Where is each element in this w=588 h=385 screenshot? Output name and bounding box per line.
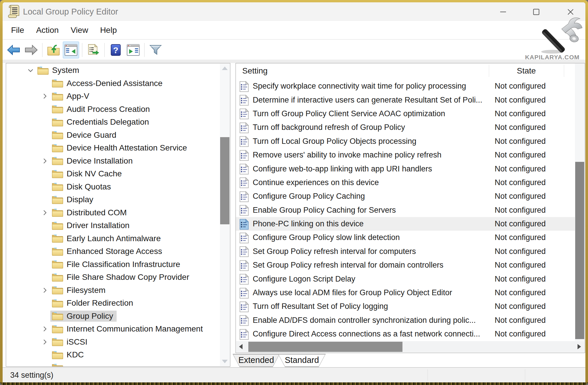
tree-item[interactable]: Disk Quotas: [6, 180, 220, 194]
setting-state: Not configured: [495, 109, 546, 118]
setting-row[interactable]: Configure Logon Script Delay Not configu…: [236, 272, 575, 286]
status-text: 34 setting(s): [10, 368, 54, 383]
list-horizontal-scrollbar[interactable]: [236, 341, 585, 352]
setting-row[interactable]: Turn off Resultant Set of Policy logging…: [236, 300, 575, 313]
chevron-icon[interactable]: [40, 92, 50, 101]
tree-item[interactable]: Disk NV Cache: [6, 167, 220, 180]
menu-file[interactable]: File: [11, 26, 24, 35]
tree-item[interactable]: iSCSI: [6, 336, 220, 349]
chevron-icon: [40, 273, 50, 282]
folder-icon: [37, 66, 49, 75]
column-header-state[interactable]: State: [489, 63, 564, 78]
back-arrow-icon[interactable]: [6, 42, 22, 58]
tree-item[interactable]: Device Guard: [6, 129, 220, 142]
tree-item[interactable]: App-V: [6, 90, 220, 103]
tree-item[interactable]: File Share Shadow Copy Provider: [6, 271, 220, 284]
setting-name: Turn off Local Group Policy Objects proc…: [253, 137, 416, 146]
policy-setting-icon: [239, 108, 249, 120]
setting-row[interactable]: Remove users' ability to invoke machine …: [236, 148, 575, 162]
filter-icon[interactable]: [147, 42, 164, 58]
forward-arrow-icon[interactable]: [23, 42, 39, 58]
setting-row[interactable]: Phone-PC linking on this device Not conf…: [236, 217, 575, 231]
chevron-icon[interactable]: [25, 66, 36, 75]
setting-row[interactable]: Enable Group Policy Caching for Servers …: [236, 203, 575, 217]
tree-scrollbar-thumb[interactable]: [220, 137, 229, 224]
tree-item[interactable]: Early Launch Antimalware: [6, 232, 220, 245]
chevron-icon[interactable]: [40, 208, 50, 217]
setting-state: Not configured: [495, 233, 546, 242]
maximize-icon[interactable]: [528, 6, 545, 18]
setting-row[interactable]: Set Group Policy refresh interval for do…: [236, 258, 575, 272]
tree-item[interactable]: Display: [6, 193, 220, 206]
tree-item[interactable]: Internet Communication Management: [6, 323, 220, 336]
tree-item[interactable]: Access-Denied Assistance: [6, 77, 220, 90]
tree-item[interactable]: Driver Installation: [6, 219, 220, 232]
list-vertical-scrollbar[interactable]: [575, 64, 585, 341]
column-divider[interactable]: [564, 65, 564, 77]
menu-view[interactable]: View: [71, 26, 88, 35]
show-console-tree-icon[interactable]: [63, 42, 79, 58]
tree-scrollbar[interactable]: [220, 64, 230, 366]
setting-row[interactable]: Specify workplace connectivity wait time…: [236, 79, 575, 93]
setting-row[interactable]: Configure Group Policy Caching Not confi…: [236, 189, 575, 203]
list-hscrollbar-thumb[interactable]: [248, 342, 402, 352]
setting-state: Not configured: [495, 151, 546, 160]
setting-name: Enable AD/DFS domain controller synchron…: [253, 316, 476, 325]
menu-action[interactable]: Action: [36, 26, 59, 35]
export-list-icon[interactable]: [85, 42, 101, 58]
folder-icon: [51, 298, 63, 308]
chevron-icon[interactable]: [40, 286, 50, 295]
policy-setting-icon: [239, 315, 249, 326]
up-one-level-icon[interactable]: [45, 42, 62, 58]
scroll-right-icon[interactable]: [578, 344, 581, 349]
tree-item[interactable]: Device Health Attestation Service: [6, 142, 220, 155]
chevron-icon[interactable]: [40, 157, 50, 165]
setting-row[interactable]: Configure Direct Access connections as a…: [236, 327, 575, 341]
setting-row[interactable]: Turn off Local Group Policy Objects proc…: [236, 135, 575, 148]
setting-row[interactable]: Always use local ADM files for Group Pol…: [236, 286, 575, 300]
list-header: Setting State: [236, 63, 585, 78]
settings-list-pane: Setting State Specify wor: [236, 63, 585, 353]
scroll-up-icon[interactable]: [222, 67, 228, 70]
list-vscrollbar-thumb[interactable]: [575, 162, 584, 339]
tree-item[interactable]: Group Policy: [6, 310, 220, 323]
column-header-setting[interactable]: Setting: [242, 63, 268, 78]
policy-setting-icon: [239, 205, 249, 216]
minimize-icon[interactable]: [495, 6, 512, 18]
show-action-pane-icon[interactable]: [125, 42, 141, 58]
tree-item[interactable]: Distributed COM: [6, 206, 220, 219]
tab-extended[interactable]: Extended: [233, 354, 280, 367]
setting-row[interactable]: Configure web-to-app linking with app UR…: [236, 162, 575, 176]
setting-row[interactable]: Determine if interactive users can gener…: [236, 93, 575, 107]
tree-item[interactable]: System: [6, 64, 220, 77]
setting-row[interactable]: Turn off Group Policy Client Service AOA…: [236, 107, 575, 121]
policy-setting-icon: [239, 191, 249, 203]
column-divider[interactable]: [489, 65, 489, 77]
scroll-left-icon[interactable]: [239, 344, 243, 349]
folder-icon: [51, 117, 63, 127]
tab-standard[interactable]: Standard: [278, 354, 326, 367]
chevron-icon: [40, 363, 50, 367]
tree-item[interactable]: Audit Process Creation: [6, 103, 220, 116]
help-icon[interactable]: ?: [108, 42, 124, 58]
setting-row[interactable]: Enable AD/DFS domain controller synchron…: [236, 314, 575, 327]
policy-setting-icon: [239, 260, 249, 271]
title-bar[interactable]: Local Group Policy Editor: [3, 2, 585, 21]
setting-row[interactable]: Turn off background refresh of Group Pol…: [236, 121, 575, 134]
tree-item[interactable]: Folder Redirection: [6, 297, 220, 310]
scroll-down-icon[interactable]: [222, 360, 228, 363]
setting-row[interactable]: Set Group Policy refresh interval for co…: [236, 245, 575, 258]
chevron-icon[interactable]: [40, 325, 50, 333]
tree-item[interactable]: KDC: [6, 348, 220, 361]
tree-item[interactable]: Credentials Delegation: [6, 116, 220, 129]
close-icon[interactable]: [562, 6, 579, 18]
tree-item[interactable]: File Classification Infrastructure: [6, 258, 220, 271]
tree-item[interactable]: Filesystem: [6, 284, 220, 297]
menu-help[interactable]: Help: [100, 26, 117, 35]
chevron-icon[interactable]: [40, 338, 50, 346]
setting-row[interactable]: Continue experiences on this device Not …: [236, 176, 575, 189]
tree-item[interactable]: Device Installation: [6, 155, 220, 168]
setting-row[interactable]: Configure Group Policy slow link detecti…: [236, 231, 575, 244]
tree-item[interactable]: [6, 361, 220, 367]
tree-item[interactable]: Enhanced Storage Access: [6, 245, 220, 258]
